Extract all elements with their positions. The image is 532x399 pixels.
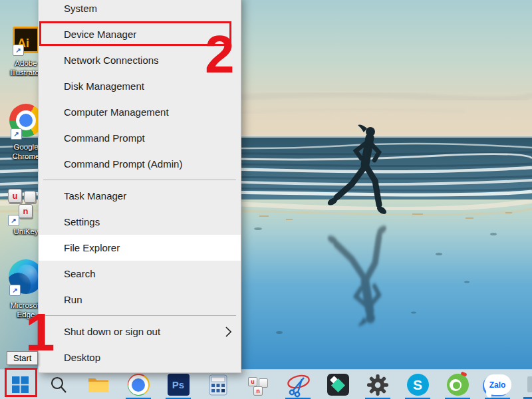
taskbar: Ps u n <box>0 369 532 399</box>
menu-item-label: Desktop <box>64 352 100 363</box>
menu-item-label: Disk Management <box>64 80 144 92</box>
menu-item-label: Command Prompt (Admin) <box>64 158 182 170</box>
menu-item-computer-management[interactable]: Computer Management <box>39 99 241 125</box>
unikey-icon: u n <box>247 374 269 396</box>
desktop-icon-label: GoogleChrome <box>13 142 40 161</box>
annotation-number-1: 1 <box>25 306 55 359</box>
taskbar-unikey-button[interactable]: u n <box>238 370 278 399</box>
menu-item-label: System <box>64 3 97 14</box>
menu-item-system[interactable]: System <box>39 0 241 21</box>
annotation-number-2: 2 <box>205 28 235 81</box>
gear-icon <box>367 374 388 396</box>
shortcut-arrow-icon: ↗ <box>9 285 21 296</box>
menu-item-label: File Explorer <box>64 242 120 253</box>
annotation-box-start <box>5 368 37 397</box>
snipping-tool-icon <box>285 372 311 398</box>
zalo-icon: Zalo <box>484 374 511 395</box>
menu-item-label: Shut down or sign out <box>64 326 160 337</box>
coccoc-icon <box>447 374 469 396</box>
menu-item-search[interactable]: Search <box>39 261 241 287</box>
photoshop-icon: Ps <box>168 374 190 396</box>
folder-icon <box>88 376 109 394</box>
chevron-right-icon <box>225 327 231 337</box>
taskbar-partial-icon[interactable] <box>527 376 532 392</box>
menu-separator <box>39 313 241 319</box>
calculator-icon <box>209 374 227 396</box>
menu-item-label: Command Prompt <box>64 132 145 144</box>
menu-item-label: Task Manager <box>64 190 126 201</box>
skype-icon: S <box>407 374 429 396</box>
desktop-icon-label: AdobeIllustrator <box>10 59 41 77</box>
menu-item-label: Run <box>64 294 82 305</box>
search-icon <box>49 375 68 395</box>
menu-item-task-manager[interactable]: Task Manager <box>39 183 241 209</box>
shortcut-arrow-icon: ↗ <box>13 45 24 56</box>
taskbar-calculator-button[interactable] <box>198 370 238 399</box>
menu-item-desktop[interactable]: Desktop <box>39 344 241 370</box>
menu-item-label: Settings <box>64 216 100 227</box>
taskbar-chrome-button[interactable] <box>118 370 158 399</box>
menu-item-label: Computer Management <box>64 106 169 118</box>
menu-item-file-explorer[interactable]: File Explorer <box>39 235 241 261</box>
unikey-key-n-icon: n <box>19 204 33 218</box>
unikey-key-icon <box>24 191 36 203</box>
annotation-box-device-manager <box>39 21 231 46</box>
taskbar-file-explorer-button[interactable] <box>78 370 118 399</box>
taskbar-snipping-tool-button[interactable] <box>278 370 318 399</box>
menu-item-command-prompt[interactable]: Command Prompt <box>39 125 241 151</box>
desktop-screen: Ai ↗ AdobeIllustrator ↗ GoogleChrome u n… <box>0 0 532 399</box>
taskbar-photoshop-button[interactable]: Ps <box>158 370 198 399</box>
menu-item-command-prompt-admin[interactable]: Command Prompt (Admin) <box>39 151 241 177</box>
menu-separator <box>39 177 241 183</box>
menu-item-run[interactable]: Run <box>39 287 241 313</box>
taskbar-skype-button[interactable]: S <box>398 370 438 399</box>
shortcut-arrow-icon: ↗ <box>11 128 22 140</box>
shortcut-arrow-icon: ↗ <box>8 215 19 226</box>
taskbar-search-button[interactable] <box>39 370 78 399</box>
taskbar-coccoc-button[interactable] <box>438 370 477 399</box>
taskbar-zalo-button[interactable]: Zalo <box>477 370 517 399</box>
taskbar-filmora-button[interactable] <box>318 370 358 399</box>
menu-item-label: Search <box>64 268 96 279</box>
filmora-icon <box>327 374 349 396</box>
menu-item-shutdown[interactable]: Shut down or sign out <box>39 319 241 344</box>
unikey-key-u-icon: u <box>8 189 22 203</box>
chrome-icon <box>128 374 150 396</box>
menu-item-settings[interactable]: Settings <box>39 209 241 235</box>
menu-item-label: Network Connections <box>64 55 159 66</box>
taskbar-settings-button[interactable] <box>358 370 398 399</box>
